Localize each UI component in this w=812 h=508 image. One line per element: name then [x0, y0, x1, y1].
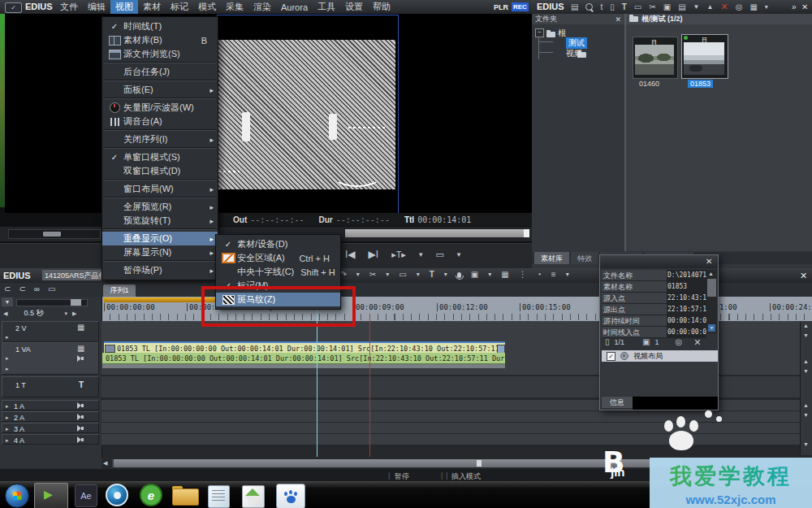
tl-caret2-icon[interactable]: ▾: [356, 271, 360, 278]
panel-collapse-icon[interactable]: ▼: [2, 297, 13, 306]
menu-clip[interactable]: 素材: [138, 0, 166, 14]
vscroll-down2-icon[interactable]: ▼: [803, 368, 809, 374]
title-tool-icon[interactable]: T: [622, 3, 627, 11]
track-1va-video-icon[interactable]: ▦: [77, 345, 84, 353]
submenu-item-safe-area[interactable]: 安全区域(A) Ctrl + H: [216, 251, 340, 265]
track-2a-speaker-icon[interactable]: [77, 414, 84, 420]
menu-item-background-job[interactable]: 后台任务(J): [102, 65, 218, 79]
track-header-2a[interactable]: ▸ 2 A: [2, 411, 99, 422]
scissors-icon[interactable]: ✂: [649, 3, 655, 11]
hscroll-thumb[interactable]: [114, 459, 682, 467]
timeline-vscroll[interactable]: ▲ ▼ ▲ ▼ ▲ ▼ ▼: [800, 321, 812, 455]
track-4a-expand-icon[interactable]: ▸: [6, 437, 9, 443]
connect-icon[interactable]: ▭: [48, 285, 55, 293]
track-2v-expand-icon[interactable]: ▸: [6, 334, 9, 340]
track-2v-video-icon[interactable]: ▦: [77, 323, 84, 332]
track-1a-speaker-icon[interactable]: [77, 402, 84, 409]
tab-effects[interactable]: 特效: [571, 252, 598, 264]
menu-item-bin[interactable]: 素材库(B) B: [102, 33, 218, 47]
reel-icon[interactable]: ◎: [736, 3, 743, 11]
view-caret-icon[interactable]: ▾: [765, 4, 768, 11]
sync-icon[interactable]: ⊂: [4, 285, 11, 293]
taskbar-media-player-button[interactable]: [106, 484, 128, 506]
cut-icon[interactable]: ✂: [369, 271, 376, 279]
taskbar-baidu-button[interactable]: [276, 484, 305, 508]
tree-item-video[interactable]: 视频: [566, 48, 582, 59]
bin-clip-thumbnail-1[interactable]: 日: [633, 37, 678, 79]
zoom-left-icon[interactable]: ◀: [3, 310, 7, 316]
track-1a-expand-icon[interactable]: ▸: [6, 403, 9, 409]
vscroll-down4-icon[interactable]: ▼: [803, 441, 809, 447]
taskbar-after-effects-button[interactable]: Ae: [75, 484, 97, 507]
position-bar-end[interactable]: [524, 229, 529, 237]
list-menu-icon[interactable]: ≡: [551, 271, 556, 279]
jump-to-in-icon[interactable]: I◀: [345, 250, 356, 259]
menu-item-dual-window[interactable]: 双窗口模式(D): [102, 164, 218, 178]
lane-4a[interactable]: [102, 434, 812, 445]
menu-item-close-sequence[interactable]: 关闭序列(I) ▸: [102, 132, 218, 146]
vscroll-down1-icon[interactable]: ▼: [803, 332, 809, 338]
tl-caret3-icon[interactable]: ▾: [386, 271, 389, 278]
sequence-tab[interactable]: 序列1: [103, 284, 136, 297]
menu-item-vectorscope[interactable]: 矢量图/示波器(W): [102, 101, 218, 115]
menu-item-pause-field[interactable]: 暂停场(P) ▸: [102, 263, 218, 277]
bin-clip-thumbnail-2[interactable]: 日: [681, 34, 728, 79]
video-clip[interactable]: 01853 TL [In:00:00:00:00 Out:00:00:14:01…: [104, 341, 505, 353]
infinity-icon[interactable]: ∞: [34, 285, 40, 293]
track-1t-title-icon[interactable]: T: [79, 380, 84, 389]
effect-checkbox[interactable]: ✓: [607, 352, 615, 361]
info-scroll-thumb[interactable]: [707, 279, 716, 297]
track-header-3a[interactable]: ▸ 3 A: [2, 423, 99, 433]
track-header-2v[interactable]: 2 V ▦ ▸: [2, 321, 99, 342]
menu-aurora[interactable]: Aurora: [276, 2, 313, 13]
capture-icon[interactable]: ▣: [471, 271, 478, 279]
menu-settings[interactable]: 设置: [340, 0, 368, 14]
menu-render[interactable]: 渲染: [248, 0, 276, 14]
hscroll-left-icon[interactable]: ◀: [103, 460, 107, 466]
track-3a-expand-icon[interactable]: ▸: [6, 426, 9, 432]
info-scroll-up-icon[interactable]: ▲: [708, 271, 714, 276]
track-header-1a[interactable]: ▸ 1 A: [2, 400, 99, 410]
menu-marker[interactable]: 标记: [166, 0, 193, 14]
play-around-cursor-icon[interactable]: ▸T▸: [391, 250, 406, 259]
keyboard-icon[interactable]: ▦: [501, 271, 508, 279]
menu-mode[interactable]: 模式: [193, 0, 221, 14]
track-header-1va[interactable]: 1 VA ▦ ▸ ▸: [2, 342, 99, 375]
menu-item-audio-mixer[interactable]: 调音台(A): [102, 115, 218, 128]
menu-item-onscreen-display[interactable]: 屏幕显示(N) ▸: [102, 245, 218, 259]
audio-clip[interactable]: 01853 TL [In:00:00:00:00 Out:00:00:14:01…: [102, 353, 505, 364]
taskbar-folder-button[interactable]: [172, 486, 198, 505]
track-1va-expand1-icon[interactable]: ▸: [6, 355, 9, 361]
menu-item-palette[interactable]: 面板(E) ▸: [102, 83, 218, 97]
track-1va-speaker-icon[interactable]: [77, 355, 84, 362]
track-4a-speaker-icon[interactable]: [77, 436, 84, 443]
vscroll-down3-icon[interactable]: ▼: [803, 412, 809, 418]
tree-item-root[interactable]: 根: [558, 28, 566, 39]
menu-item-timeline[interactable]: ✓ 时间线(T): [102, 20, 218, 33]
menu-item-fullscreen-preview[interactable]: 全屏预览(R) ▸: [102, 200, 218, 214]
shuttle-slider[interactable]: [8, 229, 101, 239]
mixer-dots-icon[interactable]: ⋮: [519, 271, 527, 279]
track-2a-expand-icon[interactable]: ▸: [6, 415, 9, 420]
submenu-item-center-crosshair[interactable]: 中央十字线(C) Shift + H: [216, 265, 340, 279]
delete-icon[interactable]: ✕: [720, 2, 728, 11]
menu-edit[interactable]: 编辑: [83, 0, 110, 14]
taskbar-image-editor-button[interactable]: [242, 485, 265, 508]
loop-icon[interactable]: ◔: [537, 271, 542, 279]
info-panel-close-icon[interactable]: ✕: [706, 257, 712, 266]
info-scrollbar[interactable]: ▲ ▼: [706, 270, 717, 333]
monitor-icon[interactable]: ▭: [634, 3, 641, 11]
voiceover-mic-icon[interactable]: [457, 272, 461, 278]
tl-caret6-icon[interactable]: ▾: [488, 271, 491, 278]
lane-3a[interactable]: [102, 423, 812, 434]
remove-effect-icon[interactable]: ✕: [693, 338, 701, 347]
menu-item-single-window[interactable]: ✓ 单窗口模式(S): [102, 150, 218, 164]
timeline-cursor-line[interactable]: [369, 314, 370, 457]
info-scroll-down-icon[interactable]: ▼: [708, 324, 715, 332]
menu-item-overlay-display[interactable]: 重叠显示(O) ▸: [102, 232, 218, 245]
copy-icon[interactable]: ▣: [663, 3, 671, 11]
clip1-label[interactable]: 01460: [639, 80, 659, 88]
export-icon[interactable]: ▭: [435, 250, 443, 259]
vscroll-up2-icon[interactable]: ▲: [803, 358, 809, 364]
move-down-icon[interactable]: ▼: [693, 4, 700, 11]
